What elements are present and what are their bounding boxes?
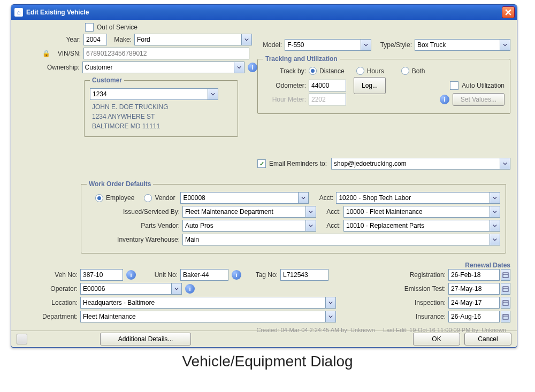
wod-employee-label: Employee bbox=[106, 194, 134, 202]
operator-combo[interactable] bbox=[80, 283, 182, 295]
chevron-down-icon[interactable] bbox=[208, 89, 218, 99]
calendar-icon[interactable] bbox=[501, 269, 510, 281]
chevron-down-icon[interactable] bbox=[325, 297, 335, 308]
audit-created: Created: 04-Mar-04 2:24:45 AM by: Unknow… bbox=[256, 327, 374, 333]
veh-no-input[interactable] bbox=[80, 269, 123, 281]
emission-input[interactable] bbox=[448, 283, 500, 295]
chevron-down-icon[interactable] bbox=[305, 206, 316, 217]
insurance-input[interactable] bbox=[448, 311, 500, 322]
acct3-combo[interactable] bbox=[343, 220, 500, 232]
chevron-down-icon[interactable] bbox=[325, 311, 335, 322]
wod-employee-id-combo[interactable] bbox=[180, 192, 309, 204]
track-distance-radio[interactable] bbox=[309, 67, 317, 75]
chevron-down-icon[interactable] bbox=[490, 234, 500, 245]
chevron-down-icon[interactable] bbox=[241, 34, 251, 45]
make-combo[interactable] bbox=[134, 34, 252, 45]
chevron-down-icon[interactable] bbox=[305, 220, 316, 231]
out-of-service-checkbox[interactable] bbox=[85, 23, 94, 32]
info-icon[interactable]: i bbox=[126, 270, 136, 280]
tag-no-input[interactable] bbox=[280, 269, 328, 281]
issued-combo[interactable] bbox=[182, 206, 316, 218]
location-label: Location: bbox=[17, 299, 79, 306]
chevron-down-icon[interactable] bbox=[490, 206, 500, 217]
registration-label: Registration: bbox=[392, 271, 447, 279]
tag-no-label: Tag No: bbox=[242, 271, 279, 279]
audit-last: Last Edit: 19-Oct-16 11:00:09 PM by: Unk… bbox=[383, 327, 506, 333]
hour-meter-label: Hour Meter: bbox=[263, 96, 308, 103]
log-button[interactable]: Log... bbox=[354, 77, 386, 94]
type-combo[interactable] bbox=[415, 39, 510, 51]
chevron-down-icon[interactable] bbox=[500, 158, 510, 169]
customer-name: JOHN E. DOE TRUCKING bbox=[92, 102, 230, 112]
inv-combo[interactable] bbox=[182, 234, 500, 245]
info-icon[interactable]: i bbox=[440, 95, 449, 104]
chevron-down-icon[interactable] bbox=[500, 40, 510, 50]
unit-no-input[interactable] bbox=[180, 269, 228, 281]
ownership-combo[interactable] bbox=[82, 62, 245, 73]
customer-number-combo[interactable] bbox=[90, 88, 218, 100]
renewal-dates-header: Renewal Dates bbox=[465, 262, 510, 269]
parts-combo[interactable] bbox=[182, 220, 316, 232]
info-icon[interactable]: i bbox=[248, 63, 257, 72]
tracking-group: Tracking and Utilization Track by: Dista… bbox=[257, 55, 510, 114]
location-combo[interactable] bbox=[80, 297, 336, 309]
acct2-combo[interactable] bbox=[343, 206, 500, 218]
email-reminders-checkbox[interactable] bbox=[257, 159, 266, 168]
odometer-input[interactable] bbox=[309, 80, 346, 91]
track-both-radio[interactable] bbox=[401, 67, 409, 75]
track-both-label: Both bbox=[412, 67, 425, 75]
veh-no-label: Veh No: bbox=[17, 271, 79, 279]
calendar-icon[interactable] bbox=[501, 283, 510, 295]
wod-vendor-label: Vendor bbox=[155, 194, 175, 202]
operator-label: Operator: bbox=[17, 285, 79, 293]
registration-input[interactable] bbox=[448, 269, 500, 281]
calendar-icon[interactable] bbox=[501, 311, 510, 322]
department-label: Department: bbox=[17, 313, 79, 320]
lock-icon: 🔒 bbox=[41, 50, 51, 57]
ownership-label: Ownership: bbox=[17, 64, 81, 71]
customer-group: Customer JOHN E. DOE TRUCKING 1234 ANYWH… bbox=[84, 76, 238, 137]
ok-button[interactable]: OK bbox=[413, 333, 460, 345]
additional-details-button[interactable]: Additional Details... bbox=[100, 333, 191, 345]
issued-label: Issued/Serviced By: bbox=[87, 208, 181, 216]
customer-address: JOHN E. DOE TRUCKING 1234 ANYWHERE ST BA… bbox=[90, 100, 232, 131]
year-input[interactable] bbox=[83, 34, 107, 45]
info-icon[interactable]: i bbox=[185, 284, 195, 294]
type-label: Type/Style: bbox=[372, 41, 414, 49]
model-combo[interactable] bbox=[285, 39, 371, 51]
track-hours-radio[interactable] bbox=[356, 67, 364, 75]
acct1-combo[interactable] bbox=[336, 192, 500, 204]
wod-legend: Work Order Defaults bbox=[87, 180, 153, 188]
chevron-down-icon[interactable] bbox=[234, 62, 244, 73]
customer-addr2: BALTIMORE MD 11111 bbox=[92, 121, 230, 131]
chevron-down-icon[interactable] bbox=[171, 283, 181, 294]
track-hours-label: Hours bbox=[367, 67, 384, 75]
auto-util-checkbox[interactable] bbox=[450, 81, 458, 90]
chevron-down-icon[interactable] bbox=[298, 193, 308, 203]
year-label: Year: bbox=[17, 36, 82, 43]
inspection-input[interactable] bbox=[448, 297, 500, 309]
unit-no-label: Unit No: bbox=[137, 271, 179, 279]
window-title: Edit Existing Vehicle bbox=[26, 9, 502, 16]
svg-rect-3 bbox=[503, 314, 508, 319]
email-combo[interactable] bbox=[331, 158, 510, 170]
calendar-icon[interactable] bbox=[501, 297, 510, 309]
close-button[interactable] bbox=[502, 6, 515, 18]
info-icon[interactable]: i bbox=[232, 270, 241, 280]
chevron-down-icon[interactable] bbox=[490, 193, 500, 203]
close-icon bbox=[505, 9, 511, 16]
vin-input[interactable] bbox=[83, 48, 249, 59]
dialog-body: Out of Service Year: Make: 🔒 VIN/SN: Own… bbox=[11, 20, 517, 330]
wod-employee-radio[interactable] bbox=[95, 194, 103, 202]
parts-label: Parts Vendor: bbox=[87, 222, 181, 229]
statusbar-icon[interactable] bbox=[17, 334, 27, 344]
cancel-button[interactable]: Cancel bbox=[464, 333, 511, 345]
chevron-down-icon[interactable] bbox=[490, 220, 500, 231]
svg-rect-1 bbox=[503, 287, 508, 291]
svg-rect-2 bbox=[503, 301, 508, 305]
department-combo[interactable] bbox=[80, 311, 336, 322]
chevron-down-icon[interactable] bbox=[361, 40, 371, 50]
vin-label: VIN/SN: bbox=[52, 50, 82, 57]
wod-vendor-radio[interactable] bbox=[144, 194, 152, 202]
make-label: Make: bbox=[108, 36, 133, 43]
